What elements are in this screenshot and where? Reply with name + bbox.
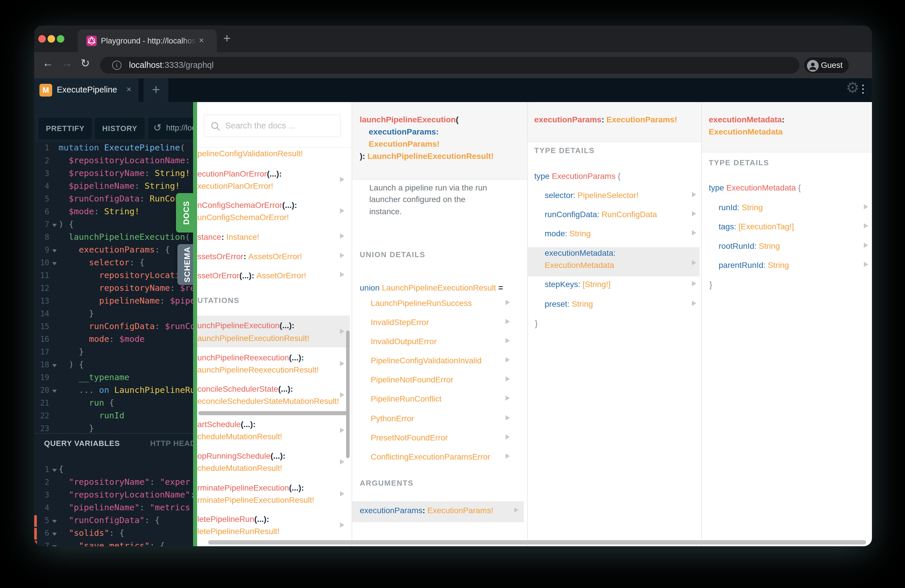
doc-line[interactable]: LaunchPipelineRunSuccess bbox=[371, 299, 472, 308]
address-bar[interactable]: i localhost:3333/graphql bbox=[100, 57, 800, 74]
doc-line[interactable]: tags: [ExecutionTag!] bbox=[719, 222, 794, 231]
chevron-right-icon[interactable] bbox=[340, 272, 345, 277]
doc-line[interactable]: cheduleMutationResult! bbox=[197, 432, 283, 441]
chevron-right-icon[interactable] bbox=[864, 204, 868, 209]
chevron-right-icon[interactable] bbox=[340, 491, 345, 496]
chevron-right-icon[interactable] bbox=[506, 453, 510, 459]
doc-line[interactable]: parentRunId: String bbox=[719, 261, 789, 270]
chevron-right-icon[interactable] bbox=[506, 338, 510, 343]
back-icon[interactable]: ← bbox=[42, 57, 53, 69]
chevron-right-icon[interactable] bbox=[340, 361, 345, 366]
doc-line[interactable]: selector: PipelineSelector! bbox=[545, 191, 638, 200]
chevron-right-icon[interactable] bbox=[506, 415, 510, 420]
doc-line[interactable]: rootRunId: String bbox=[719, 242, 780, 251]
fold-arrow-icon[interactable] bbox=[52, 469, 57, 472]
tab-query-variables[interactable]: QUERY VARIABLES bbox=[44, 439, 120, 448]
fold-arrow-icon[interactable] bbox=[52, 262, 57, 265]
fold-arrow-icon[interactable] bbox=[52, 224, 57, 227]
chevron-right-icon[interactable] bbox=[506, 319, 510, 324]
chevron-right-icon[interactable] bbox=[506, 377, 510, 381]
chevron-right-icon[interactable] bbox=[692, 260, 696, 265]
doc-line[interactable]: ExecutionMetadata bbox=[545, 261, 614, 270]
chevron-right-icon[interactable] bbox=[692, 211, 696, 216]
doc-line[interactable]: PresetNotFoundError bbox=[371, 433, 448, 442]
doc-line[interactable]: ssetsOrError: AssetsOrError! bbox=[197, 252, 302, 261]
chevron-right-icon[interactable] bbox=[864, 243, 868, 248]
doc-line[interactable]: PipelineNotFoundError bbox=[371, 375, 453, 385]
history-button[interactable]: HISTORY bbox=[95, 118, 144, 139]
docs-horizontal-scrollbar[interactable] bbox=[208, 540, 866, 545]
doc-line[interactable]: artSchedule(...): bbox=[197, 420, 256, 429]
chevron-right-icon[interactable] bbox=[340, 177, 345, 182]
chevron-right-icon[interactable] bbox=[692, 230, 696, 235]
chevron-right-icon[interactable] bbox=[340, 234, 345, 238]
chevron-right-icon[interactable] bbox=[864, 262, 868, 267]
forward-icon[interactable]: → bbox=[62, 57, 73, 69]
chevron-right-icon[interactable] bbox=[340, 459, 345, 464]
doc-line[interactable]: PipelineConfigValidationInvalid bbox=[371, 356, 481, 366]
chevron-right-icon[interactable] bbox=[692, 192, 696, 197]
doc-line[interactable]: InvalidOutputError bbox=[371, 337, 437, 346]
chevron-right-icon[interactable] bbox=[514, 507, 519, 513]
horizontal-scrollbar[interactable] bbox=[198, 411, 348, 415]
fold-arrow-icon[interactable] bbox=[52, 390, 57, 393]
doc-line[interactable]: ConflictingExecutionParamsError bbox=[371, 452, 490, 462]
session-close-icon[interactable]: × bbox=[126, 84, 132, 94]
profile-button[interactable]: Guest bbox=[803, 57, 849, 74]
chevron-right-icon[interactable] bbox=[692, 281, 696, 286]
doc-line[interactable]: executionMetadata: bbox=[545, 248, 615, 258]
site-info-icon[interactable]: i bbox=[112, 60, 121, 70]
doc-line[interactable]: rminatePipelineExecution(...): bbox=[197, 483, 304, 493]
fold-arrow-icon[interactable] bbox=[52, 532, 57, 536]
doc-line[interactable]: unConfigSchemaOrError! bbox=[197, 213, 289, 222]
maximize-window-button[interactable] bbox=[57, 35, 64, 43]
docs-edge-strip[interactable] bbox=[193, 102, 197, 546]
doc-line[interactable]: aunchPipelineReexecutionResult! bbox=[197, 366, 319, 375]
tab-http-headers[interactable]: HTTP HEADERS bbox=[150, 439, 193, 448]
doc-line[interactable]: PythonError bbox=[371, 414, 414, 423]
variables-editor[interactable]: 1{2 "repositoryName": "exper3 "repositor… bbox=[34, 455, 193, 546]
doc-line[interactable]: InvalidStepError bbox=[371, 318, 429, 327]
doc-line[interactable]: stepKeys: [String!] bbox=[545, 280, 610, 289]
doc-line[interactable]: ssetOrError(...): AssetOrError! bbox=[197, 271, 306, 280]
doc-line[interactable]: PipelineRunConflict bbox=[371, 394, 441, 404]
reload-icon[interactable]: ↻ bbox=[81, 57, 90, 70]
doc-line[interactable]: unchPipelineExecution(...): bbox=[197, 321, 295, 330]
minimize-window-button[interactable] bbox=[48, 35, 55, 43]
new-tab-button[interactable]: + bbox=[223, 32, 231, 44]
doc-line[interactable]: union LaunchPipelineExecutionResult = bbox=[360, 283, 503, 292]
docs-search-input[interactable]: Search the docs ... bbox=[204, 114, 341, 137]
doc-line[interactable]: opRunningSchedule(...): bbox=[197, 451, 286, 461]
doc-line[interactable]: xecutionPlanOrError! bbox=[197, 181, 273, 191]
doc-line[interactable]: concileSchedulerState(...): bbox=[197, 385, 293, 394]
doc-line[interactable]: econcileSchedulerStateMutationResult! bbox=[197, 397, 339, 406]
chevron-right-icon[interactable] bbox=[340, 392, 345, 397]
doc-line[interactable]: unchPipelineReexecution(...): bbox=[197, 353, 304, 362]
query-editor[interactable]: 1mutation ExecutePipeline(2 $repositoryL… bbox=[34, 142, 193, 431]
doc-line[interactable]: mode: String bbox=[545, 229, 591, 238]
doc-line[interactable]: runId: String bbox=[719, 203, 763, 212]
chevron-right-icon[interactable] bbox=[340, 523, 345, 528]
doc-line[interactable]: letePipelineRunResult! bbox=[197, 527, 279, 536]
tab-close-icon[interactable]: × bbox=[199, 35, 204, 45]
doc-line[interactable]: stance: Instance! bbox=[197, 232, 259, 242]
chevron-right-icon[interactable] bbox=[506, 434, 510, 440]
doc-line[interactable]: pelineConfigValidationResult! bbox=[197, 149, 303, 158]
endpoint-input[interactable]: ↺ http://loc bbox=[148, 118, 193, 139]
doc-line[interactable]: rminatePipelineExecutionResult! bbox=[197, 496, 314, 505]
browser-tab[interactable]: Playground - http://localhost:3 × bbox=[78, 30, 217, 52]
chevron-right-icon[interactable] bbox=[506, 300, 510, 305]
doc-line[interactable]: ecutionPlanOrError(...): bbox=[197, 169, 282, 179]
fold-arrow-icon[interactable] bbox=[52, 364, 57, 367]
doc-line[interactable]: preset: String bbox=[545, 299, 593, 309]
doc-line[interactable]: executionParams: ExecutionParams! bbox=[360, 506, 493, 515]
doc-line[interactable]: cheduleMutationResult! bbox=[197, 464, 283, 473]
chevron-right-icon[interactable] bbox=[864, 223, 868, 229]
fold-arrow-icon[interactable] bbox=[52, 520, 57, 523]
settings-gear-icon[interactable]: ⚙ bbox=[846, 79, 859, 96]
prettify-button[interactable]: PRETTIFY bbox=[38, 118, 92, 139]
fold-arrow-icon[interactable] bbox=[52, 250, 57, 253]
chevron-right-icon[interactable] bbox=[506, 396, 510, 401]
chevron-right-icon[interactable] bbox=[340, 208, 345, 213]
doc-line[interactable]: runConfigData: RunConfigData bbox=[545, 210, 657, 219]
